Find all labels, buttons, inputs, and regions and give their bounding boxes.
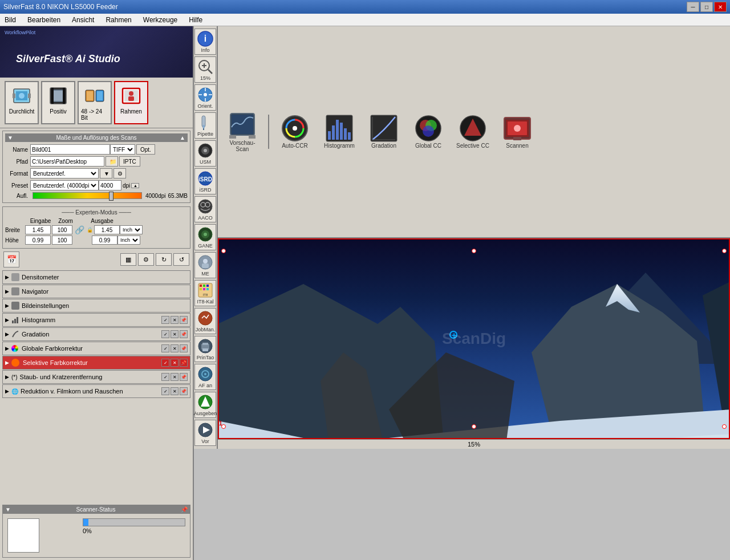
format-btn2[interactable]: ⚙	[113, 168, 126, 178]
pipette-button[interactable]: Pipette	[194, 112, 216, 139]
gfc-check[interactable]: ✓	[161, 344, 169, 352]
aaco-button[interactable]: AACO	[194, 196, 216, 222]
printao-button[interactable]: PrinTao	[194, 336, 216, 362]
reset-button[interactable]: ↺	[173, 253, 189, 266]
menu-bild[interactable]: Bild	[2, 15, 18, 25]
breite-eingabe[interactable]	[25, 225, 51, 234]
format-select-top[interactable]: TIFF	[110, 144, 135, 155]
bildeinstellungen-header[interactable]: ▶ Bildeinstellungen	[3, 299, 190, 312]
menu-hilfe[interactable]: Hilfe	[186, 15, 205, 25]
dpi-slider[interactable]	[33, 192, 142, 199]
zoom-button[interactable]: 15%	[194, 56, 216, 83]
menu-ansicht[interactable]: Ansicht	[70, 15, 96, 25]
fk-check[interactable]: ✓	[161, 387, 169, 395]
handle-bottom-right[interactable]	[722, 424, 727, 429]
scan-type-durchlicht[interactable]: Durchlicht	[5, 81, 39, 124]
path-input[interactable]	[30, 156, 104, 167]
isrd-button[interactable]: iSRD iSRD	[194, 168, 216, 194]
handle-bottom-mid[interactable]	[472, 424, 476, 429]
filmkorn-header[interactable]: ▶ 🌐 Reduktion v. Filmkorn und Rauschen ✓…	[3, 385, 190, 397]
collapse-measurements-icon[interactable]: ▲	[180, 135, 185, 141]
fk-pin[interactable]: 📌	[180, 387, 188, 395]
afan-button[interactable]: AF an	[194, 364, 216, 390]
handle-top-mid[interactable]	[472, 249, 476, 253]
preset-select[interactable]: Benutzerdef. (4000dpi)	[30, 180, 99, 190]
opt-button[interactable]: Opt.	[136, 144, 155, 155]
gradation-header[interactable]: ▶ Gradation ✓ ✕ 📌	[3, 328, 190, 340]
handle-top-right[interactable]	[722, 249, 727, 253]
format-btn1[interactable]: ▼	[100, 168, 112, 178]
calendar-button[interactable]: 📅	[3, 251, 19, 267]
selectivecc-button[interactable]: Selective CC	[453, 112, 493, 151]
browse-button[interactable]: 📁	[106, 156, 118, 167]
sfc-pin[interactable]: 📌	[180, 359, 188, 367]
orient-button[interactable]: Orient.	[194, 84, 216, 111]
gfc-pin[interactable]: 📌	[180, 344, 188, 352]
fk-x[interactable]: ✕	[171, 387, 179, 395]
menu-werkzeuge[interactable]: Werkzeuge	[141, 15, 180, 25]
grid-button[interactable]: ▦	[120, 253, 136, 266]
iptc-button[interactable]: IPTC	[119, 156, 140, 167]
hoehe-zoom[interactable]	[52, 236, 72, 245]
vorschauscan-button[interactable]: Vorschau-Scan	[222, 109, 262, 155]
sk-x[interactable]: ✕	[171, 373, 179, 381]
breite-ausgabe[interactable]	[94, 225, 120, 234]
close-button[interactable]: ✕	[714, 2, 727, 12]
sk-check[interactable]: ✓	[161, 373, 169, 381]
scannen-button[interactable]: Scannen	[497, 112, 537, 151]
info-button[interactable]: i Info	[194, 29, 216, 55]
histogramm-header[interactable]: ▶ Histogramm ✓ ✕ 📌	[3, 314, 190, 326]
handle-top-left[interactable]	[221, 249, 226, 253]
hoehe-eingabe[interactable]	[25, 236, 51, 245]
gfc-x[interactable]: ✕	[171, 344, 179, 352]
menu-rahmen[interactable]: Rahmen	[103, 15, 133, 25]
refresh-button[interactable]: ↻	[156, 253, 172, 266]
histogramm-check[interactable]: ✓	[161, 316, 169, 324]
jobman-button[interactable]: JobMan.	[194, 308, 216, 334]
histogramm-x[interactable]: ✕	[171, 316, 179, 324]
usm-button[interactable]: USM	[194, 140, 216, 167]
scan-type-48bit[interactable]: → 48 -> 24 Bit	[78, 81, 112, 124]
sk-pin[interactable]: 📌	[180, 373, 188, 381]
globalfarbkorrektur-header[interactable]: ▶ Globale Farbkorrektur ✓ ✕ 📌	[3, 342, 190, 355]
scan-type-rahmen[interactable]: Rahmen	[114, 81, 148, 124]
minimize-button[interactable]: ─	[687, 2, 699, 12]
name-input[interactable]	[30, 144, 110, 155]
gradation-x[interactable]: ✕	[171, 330, 179, 338]
separator1	[268, 115, 269, 149]
maximize-button[interactable]: □	[700, 2, 713, 12]
it8kal-button[interactable]: IT8 IT8-Kal	[194, 280, 216, 306]
gradation-pin[interactable]: 📌	[180, 330, 188, 338]
breite-zoom[interactable]	[52, 225, 72, 234]
selektivfarbkorrektur-header[interactable]: ▶ Selektive Farbkorrektur ✓ ✕ 📌	[3, 356, 190, 369]
breite-unit-select[interactable]: Inch cm	[120, 225, 143, 234]
histogramm-pin[interactable]: 📌	[180, 316, 188, 324]
navigator-header[interactable]: ▶ Navigator	[3, 285, 190, 298]
scanner-status-pin[interactable]: 📌	[181, 506, 188, 513]
gradation-check[interactable]: ✓	[161, 330, 169, 338]
sfc-x[interactable]: ✕	[171, 359, 179, 367]
menu-bearbeiten[interactable]: Bearbeiten	[25, 15, 63, 25]
densitometer-header[interactable]: ▶ Densitometer	[3, 271, 190, 283]
histogramm-top-button[interactable]: Histogramm	[319, 112, 359, 151]
scanner-status-collapse[interactable]: ▼	[5, 506, 11, 513]
settings-button[interactable]: ⚙	[138, 253, 154, 266]
gane-button[interactable]: GANE	[194, 224, 216, 250]
autoccr-button[interactable]: Auto-CCR	[275, 112, 315, 151]
staubkratzer-header[interactable]: ▶ (*) Staub- und Kratzerentfernung ✓ ✕ 📌	[3, 371, 190, 383]
scan-type-positiv[interactable]: Positiv	[41, 81, 75, 124]
dpi-thumb[interactable]	[109, 192, 113, 201]
preset-value-input[interactable]	[99, 180, 121, 190]
svg-rect-20	[14, 319, 16, 323]
vor-button[interactable]: Vor	[194, 420, 216, 446]
expand-measurements-icon[interactable]: ▼	[7, 135, 13, 141]
format-select[interactable]: Benutzerdef.	[30, 168, 99, 178]
hoehe-ausgabe[interactable]	[92, 236, 117, 245]
sfc-check[interactable]: ✓	[161, 359, 169, 367]
hoehe-unit-select[interactable]: Inch cm	[117, 236, 140, 245]
ausgeben-button[interactable]: Ausgeben	[194, 392, 216, 418]
me-button[interactable]: ME	[194, 252, 216, 278]
preset-spin-up[interactable]: ▲	[131, 183, 139, 188]
globalcc-button[interactable]: Global CC	[408, 112, 448, 151]
gradation-top-button[interactable]: Gradation	[364, 112, 404, 151]
